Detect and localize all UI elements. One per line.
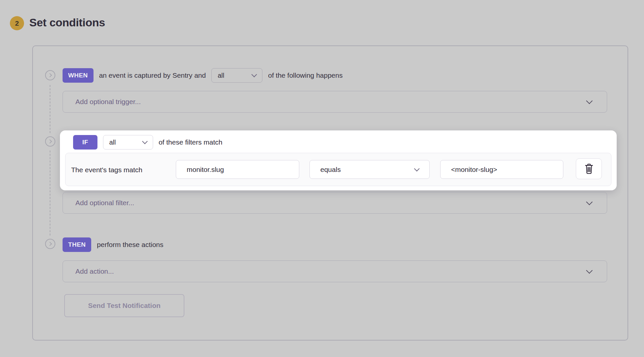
then-condition-row: THEN perform these actions: [63, 237, 163, 252]
chevron-right-icon: [48, 73, 52, 77]
collapse-if-icon[interactable]: [45, 136, 55, 147]
chevron-down-icon: [142, 139, 148, 144]
page-title: Set conditions: [29, 16, 105, 29]
when-text-after: of the following happens: [268, 71, 343, 79]
when-match-select[interactable]: all: [211, 68, 262, 83]
chevron-down-icon: [414, 166, 420, 171]
chevron-down-icon: [586, 199, 593, 205]
trash-icon: [584, 163, 594, 175]
add-trigger-placeholder: Add optional trigger...: [75, 98, 141, 106]
if-match-select[interactable]: all: [103, 135, 153, 150]
when-badge: WHEN: [63, 68, 94, 83]
filter-value-input[interactable]: [440, 160, 563, 179]
chevron-right-icon: [48, 139, 52, 144]
add-filter-select[interactable]: Add optional filter...: [63, 192, 607, 214]
chevron-down-icon: [252, 72, 257, 77]
filter-match-select[interactable]: equals: [309, 160, 430, 179]
send-test-notification-button[interactable]: Send Test Notification: [64, 294, 184, 317]
when-text-before: an event is captured by Sentry and: [99, 71, 206, 79]
add-action-select[interactable]: Add action...: [63, 261, 607, 282]
then-badge: THEN: [63, 237, 91, 252]
step-number: 2: [15, 19, 19, 27]
then-text: perform these actions: [97, 241, 163, 249]
if-text-after: of these filters match: [159, 138, 223, 146]
if-match-select-value: all: [109, 139, 116, 146]
when-condition-row: WHEN an event is captured by Sentry and …: [63, 68, 343, 83]
filter-rule-row: The event's tags match equals: [65, 153, 611, 186]
chevron-down-icon: [586, 97, 593, 104]
collapse-when-icon[interactable]: [45, 70, 55, 80]
add-action-placeholder: Add action...: [75, 267, 114, 275]
filter-rule-label: The event's tags match: [71, 153, 142, 186]
add-filter-placeholder: Add optional filter...: [75, 199, 134, 207]
add-trigger-select[interactable]: Add optional trigger...: [63, 91, 607, 113]
alert-rule-conditions-page: 2 Set conditions WHEN an event is captur…: [0, 0, 644, 357]
filter-key-input[interactable]: [176, 160, 299, 179]
connector-line: [50, 85, 50, 133]
when-match-select-value: all: [218, 72, 224, 79]
if-condition-row: IF all of these filters match: [73, 135, 222, 150]
connector-line: [50, 151, 50, 235]
filter-match-select-value: equals: [320, 166, 341, 174]
if-badge: IF: [73, 135, 97, 150]
chevron-right-icon: [48, 242, 52, 246]
collapse-then-icon[interactable]: [45, 239, 55, 249]
step-number-badge: 2: [10, 16, 24, 30]
delete-filter-button[interactable]: [576, 158, 602, 179]
chevron-down-icon: [586, 267, 593, 274]
